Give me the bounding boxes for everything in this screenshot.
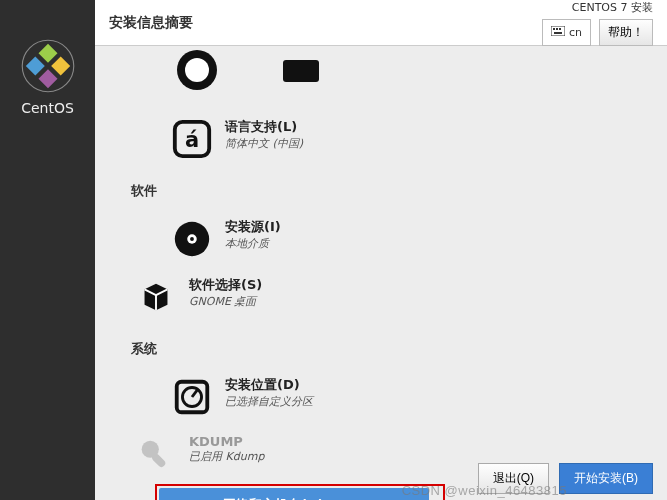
svg-rect-12 — [283, 60, 319, 82]
spoke-name: KDUMP — [189, 434, 264, 449]
spoke-name: 语言支持(L) — [225, 118, 303, 136]
section-system-title: 系统 — [131, 340, 637, 358]
disk-icon — [171, 376, 213, 418]
network-arrows-icon — [169, 496, 211, 500]
sidebar: CentOS — [0, 0, 95, 500]
spoke-name: 安装源(I) — [225, 218, 281, 236]
kdump-spoke[interactable]: KDUMP 已启用 Kdump — [125, 426, 395, 484]
installation-source-spoke[interactable]: 安装源(I) 本地介质 — [161, 210, 431, 268]
section-software-title: 软件 — [131, 182, 637, 200]
keyboard-layout-selector[interactable]: cn — [542, 19, 591, 46]
datetime-spoke-partial[interactable] — [173, 46, 221, 94]
svg-rect-1 — [51, 56, 70, 75]
svg-rect-9 — [554, 32, 562, 34]
main-panel: 安装信息摘要 CENTOS 7 安装 cn 帮助！ — [95, 0, 667, 500]
spoke-status: 本地介质 — [225, 236, 281, 251]
keyboard-icon — [551, 26, 565, 39]
software-selection-spoke[interactable]: 软件选择(S) GNOME 桌面 — [125, 268, 395, 326]
svg-rect-2 — [25, 56, 44, 75]
page-title: 安装信息摘要 — [109, 14, 193, 32]
svg-text:á: á — [185, 128, 199, 152]
installer-window: CentOS 安装信息摘要 CENTOS 7 安装 cn 帮助！ — [0, 0, 667, 500]
language-icon: á — [171, 118, 213, 160]
svg-point-11 — [185, 58, 209, 82]
spoke-status: 已选择自定义分区 — [225, 394, 313, 409]
watermark-text: CSDN @weixin_46483815 — [402, 483, 567, 498]
svg-rect-5 — [551, 26, 565, 36]
spoke-status: 简体中文 (中国) — [225, 136, 303, 151]
wrench-icon — [135, 434, 177, 476]
centos-logo-icon — [20, 38, 76, 94]
language-support-spoke[interactable]: á 语言支持(L) 简体中文 (中国) — [161, 110, 431, 168]
svg-rect-3 — [38, 69, 57, 88]
svg-rect-7 — [556, 28, 558, 30]
begin-install-button[interactable]: 开始安装(B) — [559, 463, 653, 494]
spoke-status: 已启用 Kdump — [189, 449, 264, 464]
installation-destination-spoke[interactable]: 安装位置(D) 已选择自定义分区 — [161, 368, 431, 426]
keyboard-spoke-partial[interactable] — [277, 46, 325, 94]
keyboard-large-icon — [277, 46, 325, 94]
package-icon — [135, 276, 177, 318]
install-name: CENTOS 7 安装 — [572, 0, 653, 15]
svg-rect-6 — [553, 28, 555, 30]
topbar: 安装信息摘要 CENTOS 7 安装 cn 帮助！ — [95, 0, 667, 46]
spoke-name: 安装位置(D) — [225, 376, 313, 394]
network-hostname-spoke[interactable]: 网络和主机名(N) 未连接 — [159, 488, 429, 500]
spoke-name: 软件选择(S) — [189, 276, 262, 294]
svg-point-17 — [190, 237, 194, 241]
brand-text: CentOS — [21, 100, 74, 116]
spoke-name: 网络和主机名(N) — [223, 496, 324, 500]
svg-rect-8 — [559, 28, 561, 30]
disc-icon — [171, 218, 213, 260]
keyboard-layout-code: cn — [569, 26, 582, 39]
help-button[interactable]: 帮助！ — [599, 19, 653, 46]
clock-icon — [173, 46, 221, 94]
svg-rect-0 — [38, 44, 57, 63]
content-area: á 语言支持(L) 简体中文 (中国) 软件 安装源(I) 本地介质 — [95, 46, 667, 500]
spoke-status: GNOME 桌面 — [189, 294, 262, 309]
